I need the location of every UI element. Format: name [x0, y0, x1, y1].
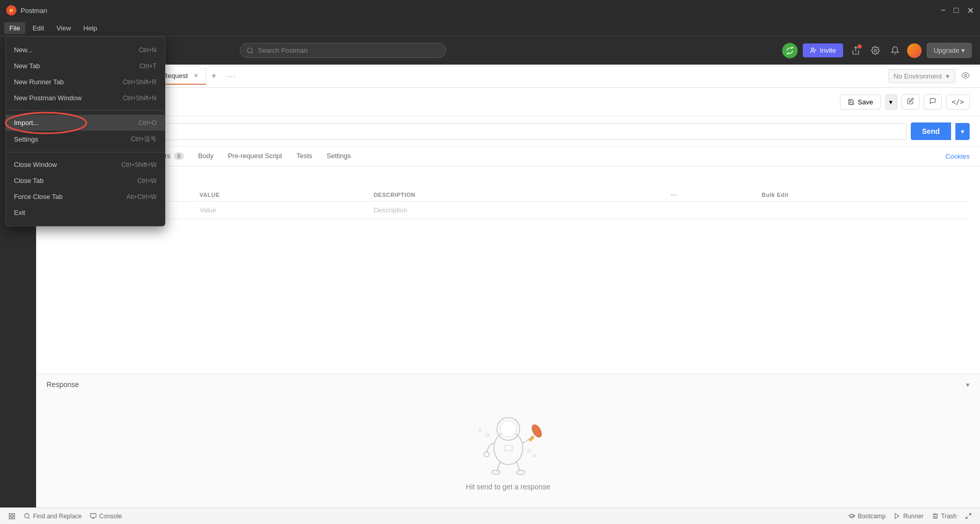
menu-close-tab-shortcut: Ctrl+W: [137, 177, 157, 184]
tab-pre-request[interactable]: Pre-request Script: [221, 147, 289, 166]
console-icon: [90, 513, 97, 519]
file-menu: New... Ctrl+N New Tab Ctrl+T New Runner …: [5, 36, 165, 226]
menu-new-shortcut: Ctrl+N: [139, 47, 157, 54]
share-button[interactable]: [848, 43, 863, 58]
trash-label: Trash: [941, 513, 957, 520]
close-button[interactable]: ✕: [967, 6, 974, 16]
tab-close-button[interactable]: ×: [194, 71, 198, 80]
top-bar-actions: Invite Upgrade ▾: [782, 43, 972, 58]
upgrade-button[interactable]: Upgrade ▾: [927, 43, 972, 58]
comment-button[interactable]: [924, 94, 942, 110]
menu-new-postman-window[interactable]: New Postman Window Ctrl+Shift+N: [6, 90, 165, 106]
response-area: Response ▾: [36, 374, 980, 507]
menu-new-runner-shortcut: Ctrl+Shift+R: [123, 79, 157, 86]
layout-toggle[interactable]: [8, 513, 15, 520]
row-description[interactable]: Description: [368, 202, 666, 219]
file-menu-section-1: New... Ctrl+N New Tab Ctrl+T New Runner …: [6, 40, 165, 108]
svg-point-27: [527, 450, 530, 452]
menu-import[interactable]: Import... Ctrl+O: [6, 115, 165, 131]
file-menu-section-2: Import... Ctrl+O Settings Ctrl+逗号: [6, 113, 165, 150]
row-value[interactable]: Value: [194, 202, 368, 219]
console-label: Console: [99, 513, 122, 520]
upgrade-label: Upgrade: [934, 47, 959, 54]
trash-button[interactable]: Trash: [932, 513, 957, 520]
minimize-button[interactable]: −: [941, 6, 945, 16]
response-hint: Hit send to get a response: [466, 483, 550, 491]
menu-new-tab-shortcut: Ctrl+T: [139, 63, 157, 70]
title-bar: P Postman − □ ✕: [0, 0, 980, 21]
environment-dropdown[interactable]: No Environment ▾: [888, 69, 955, 83]
send-button[interactable]: Send: [911, 122, 951, 140]
desc-placeholder: Description: [374, 206, 407, 214]
menu-close-window-label: Close Window: [14, 161, 57, 168]
menu-close-window[interactable]: Close Window Ctrl+Shift+W: [6, 157, 165, 173]
tab-bar: GET Untitled Request × + ···: [116, 67, 884, 85]
save-dropdown-button[interactable]: ▾: [885, 95, 897, 110]
menu-divider-1: [6, 110, 165, 111]
invite-button[interactable]: Invite: [803, 43, 843, 57]
menu-force-close-tab[interactable]: Force Close Tab Alt+Ctrl+W: [6, 189, 165, 205]
top-bar: Explore Search Postman Invite: [36, 36, 980, 65]
send-dropdown-button[interactable]: ▾: [955, 123, 970, 140]
tab-settings[interactable]: Settings: [319, 147, 358, 166]
svg-point-16: [874, 49, 876, 51]
notification-button[interactable]: [888, 43, 902, 58]
url-bar: GET ▾ Send ▾: [36, 116, 980, 147]
bootcamp-icon: [848, 513, 855, 519]
save-label: Save: [858, 98, 873, 106]
menu-help[interactable]: Help: [78, 22, 102, 34]
svg-line-35: [28, 517, 29, 518]
search-icon: [246, 47, 254, 54]
menu-new-runner-tab[interactable]: New Runner Tab Ctrl+Shift+R: [6, 74, 165, 90]
eye-button[interactable]: [959, 69, 972, 83]
menu-new-runner-label: New Runner Tab: [14, 78, 64, 86]
tab-tests[interactable]: Tests: [289, 147, 319, 166]
menu-settings-shortcut: Ctrl+逗号: [131, 135, 157, 144]
user-avatar[interactable]: [907, 43, 922, 58]
menu-edit[interactable]: Edit: [27, 22, 49, 34]
maximize-button[interactable]: □: [954, 6, 959, 16]
svg-rect-29: [504, 445, 512, 451]
console-button[interactable]: Console: [90, 513, 122, 520]
url-input[interactable]: [97, 123, 907, 140]
menu-close-tab[interactable]: Close Tab Ctrl+W: [6, 173, 165, 189]
menu-exit[interactable]: Exit: [6, 205, 165, 221]
tab-body[interactable]: Body: [191, 147, 221, 166]
svg-point-12: [812, 48, 814, 50]
invite-label: Invite: [820, 47, 836, 54]
content-area: Explore Search Postman Invite: [36, 36, 980, 507]
status-bar: Find and Replace Console Bootcamp Runner…: [0, 507, 980, 524]
menu-new-tab[interactable]: New Tab Ctrl+T: [6, 58, 165, 74]
menu-new[interactable]: New... Ctrl+N: [6, 42, 165, 58]
tab-more-button[interactable]: ···: [222, 72, 241, 80]
response-header[interactable]: Response ▾: [46, 380, 970, 389]
sync-button[interactable]: [782, 43, 798, 58]
runner-button[interactable]: Runner: [894, 513, 923, 520]
svg-rect-32: [9, 517, 11, 519]
astronaut-area: Hit send to get a response: [466, 399, 550, 491]
add-tab-button[interactable]: +: [206, 71, 222, 82]
menu-file[interactable]: File: [4, 22, 25, 34]
search-box[interactable]: Search Postman: [240, 43, 446, 58]
cookies-link[interactable]: Cookies: [945, 152, 970, 160]
menu-exit-label: Exit: [14, 209, 25, 217]
svg-line-40: [969, 514, 971, 516]
th-bulk-edit[interactable]: Bulk Edit: [756, 189, 970, 202]
svg-point-17: [965, 74, 967, 76]
code-button[interactable]: </>: [946, 95, 970, 110]
layout-icon: [8, 513, 15, 520]
edit-button[interactable]: [901, 94, 920, 110]
svg-point-26: [479, 429, 481, 431]
th-more[interactable]: ···: [666, 189, 756, 202]
menu-settings[interactable]: Settings Ctrl+逗号: [6, 131, 165, 148]
svg-point-28: [533, 455, 535, 457]
menu-view[interactable]: View: [51, 22, 76, 34]
env-chevron: ▾: [946, 72, 950, 80]
svg-point-34: [25, 514, 29, 518]
find-replace-button[interactable]: Find and Replace: [24, 513, 82, 520]
expand-icon: [965, 513, 972, 519]
expand-button[interactable]: [965, 513, 972, 519]
bootcamp-button[interactable]: Bootcamp: [848, 513, 885, 520]
settings-button[interactable]: [868, 43, 882, 58]
save-button[interactable]: Save: [840, 95, 881, 110]
